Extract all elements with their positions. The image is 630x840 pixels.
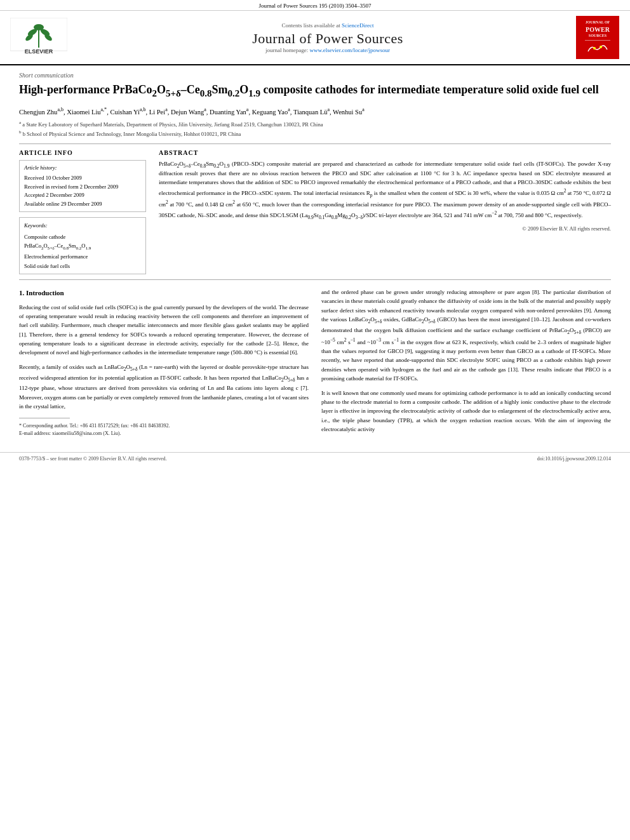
- body-content: 1. Introduction Reducing the cost of sol…: [19, 288, 611, 439]
- article-info-abstract: ARTICLE INFO Article history: Received 1…: [19, 149, 611, 274]
- copyright: © 2009 Elsevier B.V. All rights reserved…: [159, 225, 611, 232]
- homepage-url[interactable]: www.elsevier.com/locate/jpowsour: [310, 47, 390, 53]
- received-revised-date: Received in revised form 2 December 2009: [24, 183, 141, 192]
- footnote-corresponding: * Corresponding author. Tel.: +86 431 85…: [19, 422, 309, 439]
- keyword-4: Solid oxide fuel cells: [24, 262, 141, 270]
- svg-text:ELSEVIER: ELSEVIER: [25, 48, 53, 55]
- available-date: Available online 29 December 2009: [24, 200, 141, 209]
- keyword-2: PrBaCo2O5+δ–Ce0.8Sm0.2O1.9: [24, 241, 141, 252]
- footer-issn: 0378-7753/$ – see front matter © 2009 El…: [19, 456, 167, 462]
- divider: [19, 143, 611, 144]
- footer: 0378-7753/$ – see front matter © 2009 El…: [0, 452, 630, 465]
- body-left-column: 1. Introduction Reducing the cost of sol…: [19, 288, 309, 439]
- accepted-date: Accepted 2 December 2009: [24, 191, 141, 200]
- history-title: Article history:: [24, 164, 141, 173]
- body-divider: [19, 279, 611, 280]
- sciencedirect-link[interactable]: ScienceDirect: [342, 22, 373, 29]
- journal-center: Contents lists available at ScienceDirec…: [80, 22, 575, 53]
- journal-homepage: journal homepage: www.elsevier.com/locat…: [80, 47, 575, 53]
- journal-title: Journal of Power Sources: [80, 30, 575, 47]
- article-title: High-performance PrBaCo2O5+δ–Ce0.8Sm0.2O…: [19, 83, 611, 100]
- sciencedirect-label: Contents lists available at ScienceDirec…: [80, 22, 575, 29]
- body-right-column: and the ordered phase can be grown under…: [321, 288, 611, 439]
- authors: Chengjun Zhua,b, Xiaomei Liua,*, Cuishan…: [19, 106, 611, 117]
- footer-doi: doi:10.1016/j.jpowsour.2009.12.014: [537, 456, 611, 462]
- abstract-label: ABSTRACT: [159, 149, 611, 156]
- right-paragraph-1: and the ordered phase can be grown under…: [321, 288, 611, 383]
- article-type: Short communication: [19, 72, 611, 79]
- article-info-column: ARTICLE INFO Article history: Received 1…: [19, 149, 146, 274]
- citation-text: Journal of Power Sources 195 (2010) 3504…: [259, 3, 372, 9]
- keywords-box: Keywords: Composite cathode PrBaCo2O5+δ–…: [19, 217, 146, 274]
- article-history-box: Article history: Received 10 October 200…: [19, 160, 146, 213]
- article-info-label: ARTICLE INFO: [19, 149, 146, 156]
- article-content: Short communication High-performance PrB…: [0, 65, 630, 446]
- right-paragraph-2: It is well known that one commonly used …: [321, 389, 611, 434]
- affiliation-a: a a State Key Laboratory of Superhard Ma…: [19, 119, 611, 129]
- svg-point-9: [600, 46, 602, 48]
- affiliations: a a State Key Laboratory of Superhard Ma…: [19, 119, 611, 138]
- keyword-1: Composite cathode: [24, 232, 141, 241]
- keyword-3: Electrochemical performance: [24, 252, 141, 261]
- footnote-divider: [19, 418, 70, 418]
- citation-bar: Journal of Power Sources 195 (2010) 3504…: [0, 0, 630, 11]
- abstract-column: ABSTRACT PrBaCo2O5+δ–Ce0.8Sm0.2O1.9 (PBC…: [159, 149, 611, 274]
- intro-heading: 1. Introduction: [19, 288, 309, 299]
- received-date: Received 10 October 2009: [24, 174, 141, 183]
- logo-box: JOURNAL OF POWER SOURCES: [576, 16, 619, 59]
- svg-point-8: [593, 47, 596, 50]
- elsevier-logo: ELSEVIER: [10, 18, 67, 57]
- journal-header: ELSEVIER Contents lists available at Sci…: [0, 11, 630, 65]
- keywords-title: Keywords:: [24, 221, 141, 230]
- intro-paragraph-1: Reducing the cost of solid oxide fuel ce…: [19, 303, 309, 357]
- abstract-text: PrBaCo2O5+δ–Ce0.8Sm0.2O1.9 (PBCO–SDC) co…: [159, 160, 611, 222]
- intro-paragraph-2: Recently, a family of oxides such as LnB…: [19, 363, 309, 411]
- power-sources-logo: JOURNAL OF POWER SOURCES: [575, 16, 620, 59]
- affiliation-b: b b School of Physical Science and Techn…: [19, 129, 611, 138]
